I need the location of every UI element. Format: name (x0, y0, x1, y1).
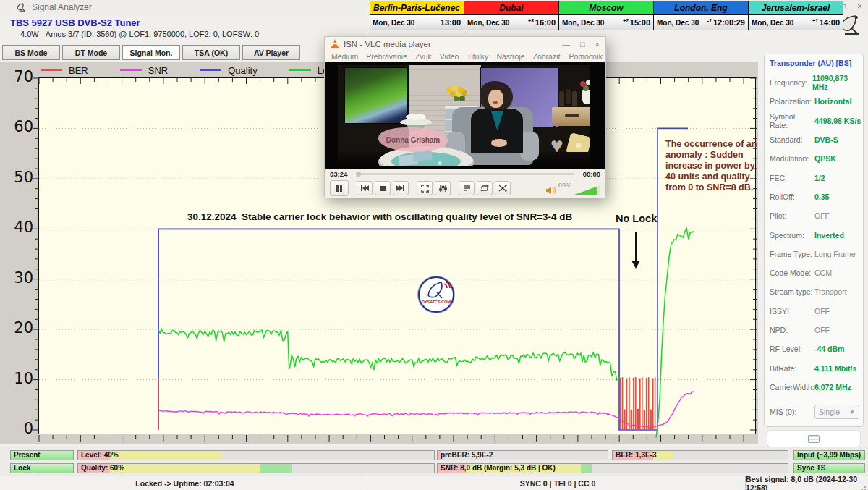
sync-ts-indicator: Sync TS (793, 463, 865, 473)
vlc-menu-item[interactable]: Video (440, 52, 459, 61)
volume-slider[interactable] (574, 185, 600, 195)
transponder-panel: Transponder (AU) [BS] Frequency: 11090,8… (764, 54, 864, 427)
vlc-menu-item[interactable]: Médium (331, 52, 358, 61)
volume-fill (574, 185, 597, 195)
clock-time: 13:00 (441, 18, 461, 27)
vlc-total-time: 00:00 (579, 170, 600, 178)
clock-time-row: Mon, Dec 30 13:00 (370, 15, 464, 30)
mode-tab[interactable]: Signal Mon. (122, 45, 180, 60)
loop-button[interactable] (477, 181, 493, 195)
chart-annotation-title: 30.12.2024_Stable carrier lock behavior … (187, 211, 572, 222)
clock-cell: Berlin-Paris-Lučenec Mon, Dec 30 13:00 (370, 1, 464, 30)
clock-date: Mon, Dec 30 (752, 19, 793, 27)
resize-grip[interactable] (864, 486, 866, 488)
next-button[interactable] (393, 181, 409, 195)
vlc-window: ISN - VLC media player — □ × MédiumPrehr… (324, 36, 606, 197)
vlc-menu-item[interactable]: Nástroje (496, 52, 524, 61)
sidebar-column: Transponder (AU) [BS] Frequency: 11090,8… (758, 40, 868, 447)
transponder-row-value: DVB-S (814, 135, 838, 144)
transponder-row-value: 0.35 (814, 193, 829, 201)
transponder-row: FEC: 1/2 (770, 168, 863, 187)
vlc-menubar: MédiumPrehrávanieZvukVideoTitulkyNástroj… (325, 51, 605, 62)
snr-meter: SNR: 8,0 dB (Margin: 5,3 dB | OK) (437, 463, 788, 473)
quality-meter: Quality: 60% (77, 463, 435, 473)
chevron-down-icon: ▼ (849, 409, 855, 415)
transponder-row-value: OFF (814, 326, 830, 334)
y-axis-tick-label: 60 (1, 118, 33, 135)
transponder-panel-title: Transponder (AU) [BS] (770, 59, 863, 67)
legend-item: BER (41, 65, 88, 76)
vlc-menu-item[interactable]: Titulky (467, 52, 488, 61)
video-flowers (446, 87, 452, 93)
close-button[interactable]: × (857, 1, 862, 12)
mis-dropdown[interactable]: Single ▼ (814, 405, 859, 419)
transponder-row-value: 1/2 (814, 174, 825, 182)
vlc-menu-item[interactable]: Pomocník (569, 52, 603, 61)
input-indicator: Input (~3,99 Mbps) (793, 450, 865, 460)
clock-time: 16:00 (535, 18, 556, 27)
clock-date: Mon, Dec 30 (467, 19, 509, 27)
mode-tab[interactable]: AV Player (242, 45, 300, 60)
video-presenter-face (488, 90, 503, 108)
transponder-row-label: RF Level: (770, 345, 814, 353)
clock-date: Mon, Dec 30 (562, 19, 604, 27)
sidebar-tool-button[interactable] (767, 430, 861, 447)
clock-date: Mon, Dec 30 (657, 19, 699, 27)
y-axis-tick-label: 40 (1, 219, 33, 236)
transponder-row-value: CCM (814, 269, 832, 277)
previous-button[interactable] (357, 181, 373, 195)
transponder-row-label: Pilot: (770, 211, 814, 220)
mode-tab[interactable]: TSA (OK) (182, 45, 240, 60)
vlc-menu-item[interactable]: Prehrávanie (366, 52, 407, 61)
clock-utc-offset: +3 (528, 18, 534, 23)
vlc-menu-item[interactable]: Zobraziť (532, 52, 561, 61)
vlc-close-button[interactable]: × (595, 40, 600, 48)
clock-utc-offset: +1 (812, 18, 818, 23)
mis-row: MIS (0): Single ▼ (770, 401, 863, 423)
playlist-button[interactable] (459, 181, 475, 195)
status-uptime: Locked -> Uptime: 02:03:04 (0, 476, 370, 490)
clock-time: 14:00 (820, 18, 840, 27)
chart-legend: BER SNR Quality Level (41, 64, 340, 76)
clock-cell: London, Eng Mon, Dec 30 -112:00:29 (654, 1, 749, 30)
mode-tab[interactable]: BS Mode (2, 45, 60, 60)
vlc-maximize-button[interactable]: □ (580, 40, 585, 48)
vlc-cone-icon (331, 39, 339, 48)
list-icon (808, 435, 820, 443)
ber-meter: BER: 1,3E-3 (612, 450, 788, 460)
anomaly-note: The occurrence of an anomaly : Sudden in… (665, 139, 760, 193)
world-clock-bar: Berlin-Paris-Lučenec Mon, Dec 30 13:00 D… (370, 1, 843, 30)
vlc-seek-handle[interactable] (356, 172, 361, 177)
transponder-row: RollOff: 0.35 (770, 187, 863, 206)
video-caption-bubble: Donna Grisham (378, 127, 448, 152)
vlc-menu-item[interactable]: Zvuk (415, 52, 432, 61)
transponder-row: RF Level: -44 dBm (770, 339, 863, 358)
level-meter: Level: 40% (77, 450, 435, 460)
vlc-minimize-button[interactable]: — (562, 40, 570, 48)
transponder-row-label: Frame Type: (770, 250, 814, 258)
fullscreen-button[interactable] (417, 181, 433, 195)
video-sculpture (559, 91, 564, 106)
equalizer-button[interactable] (435, 181, 451, 195)
vlc-video-area[interactable]: ♥ Donna Grisham (325, 62, 605, 169)
transponder-row: Pilot: OFF (770, 206, 863, 225)
vlc-controls: 89% (325, 179, 605, 198)
y-axis-tick-label: 10 (1, 370, 33, 387)
y-axis-tick-label: 30 (1, 269, 33, 287)
transponder-row-label: Frequency: (770, 78, 812, 87)
clock-date: Mon, Dec 30 (373, 19, 414, 27)
mode-tab[interactable]: DT Mode (62, 45, 120, 60)
clock-time: 12:00:29 (713, 18, 745, 27)
video-caption-text: Donna Grisham (386, 136, 440, 144)
transponder-row-label: FEC: (770, 174, 814, 182)
transponder-row: Code Mode: CCM (770, 263, 863, 282)
transponder-row-value: Transport (814, 287, 847, 296)
transponder-row-label: Stream type: (770, 287, 814, 296)
pause-button[interactable] (330, 180, 349, 196)
stop-button[interactable] (375, 181, 391, 195)
transponder-row-value: 4498,98 KS/s (814, 117, 861, 125)
transponder-row: BitRate: 4,111 Mbit/s (770, 358, 863, 377)
vlc-seek-slider[interactable] (356, 173, 574, 175)
volume-control[interactable]: 89% (546, 182, 600, 195)
shuffle-button[interactable] (495, 181, 511, 195)
